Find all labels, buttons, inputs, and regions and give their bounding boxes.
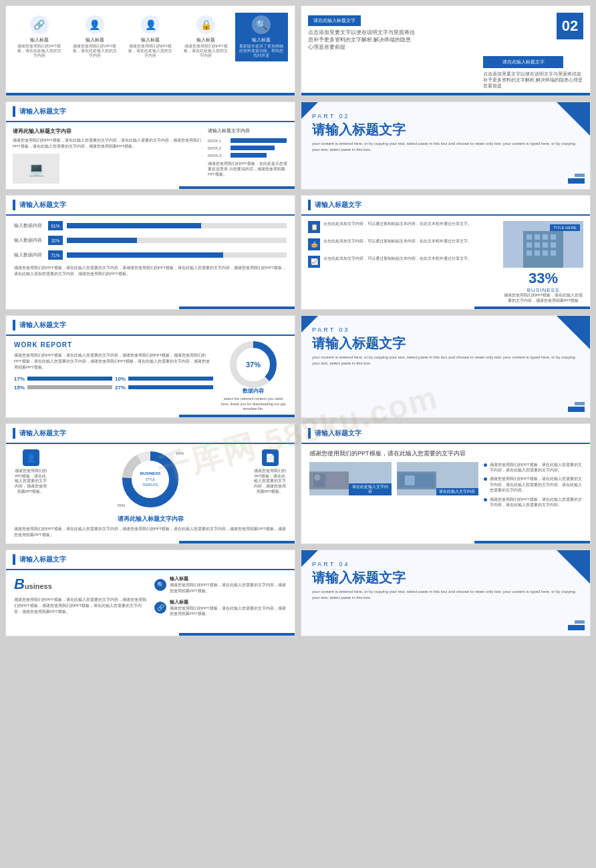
slide9-content: 👤 感谢您使用我们的PPT模板，请在此输入您需要的文字内容，感谢您使用招募PPT… [6,444,295,515]
icon-sublabel-2: 感谢您使用我们的PPT模板，请在此处输入您的文字内容 [71,44,118,58]
slide9-right: 📄 感谢您使用我们的PPT模板，请在此输入您需要的文字内容，感谢您使用招募PPT… [253,449,287,494]
stat-bar-4 [128,385,213,389]
bullet-text-3: 感谢您使用我们的PPT模板，请在此输入您需要的文字内容，请在此输入您需要的文字内… [490,497,582,508]
work-text: 感谢您使用我们的PPT模板，请在此输入您需要的文字内容，感谢您使用我们的PPT模… [14,353,213,371]
slide9-title: 请输入标题文字 [19,429,66,438]
prog-item-1: 输入数据内容 61% [14,221,287,230]
slide2-num-section: 02 [557,13,583,39]
svg-rect-24 [327,475,345,487]
data-label-2: DATA.2 [208,146,228,150]
bottom-bar-6 [474,306,590,309]
icon-circle-2: 👤 [86,15,104,34]
data-row-2: DATA.2 [208,146,288,150]
svg-rect-13 [551,250,556,256]
svg-rect-6 [527,242,532,248]
slide8-content: PART 03 请输入标题文字 your content is entered … [301,316,590,377]
photo-box-1: 请在此处输入文字内容 [309,462,392,495]
part4-title: 请输入标题文字 [312,122,579,137]
accent-bar-9 [13,428,15,439]
svg-rect-2 [527,234,532,240]
part12-title: 请输入标题文字 [312,570,579,585]
icon-circle-3: 👤 [141,15,160,34]
bullet-dot-3 [484,498,487,501]
slide10-big: 感谢您使用我们的PPT模板，请在此输入您需要的文字内容 [309,449,582,458]
photo-col-1: 请在此处输入文字内容 [309,462,392,511]
bottom-bar-2 [301,93,590,95]
slide12-content: PART 04 请输入标题文字 your content is entered … [301,550,590,612]
stat-pct-1: 17% [14,376,25,382]
accent-bar-10 [308,428,311,439]
slide2-main: 点击添加里要文字以便在说明文字与里面将信息补予更多资料的文字解析,解决终端的隐患… [308,29,415,51]
icon-sublabel-5: 最新版本提供了更加精确的资料搜索功能，帮助您找到所需 [238,44,285,58]
slide9-left-text: 感谢您使用我们的PPT模板，请在此输入您需要的文字内容，感谢您使用招募PPT模板… [14,469,47,494]
donut-svg: BUSINESS STYLE TEMPLATE [120,449,180,509]
business-word: usiness [25,582,52,590]
part4-sub: your content is entered here, or by copy… [312,141,579,153]
menu-title-2: 输入标题 [170,599,287,606]
pie-pct: 37% [246,361,261,369]
icon-label-4: 输入标题 [196,37,215,43]
pie-subtext: select the relevant content you need her… [220,397,287,412]
stat-4: 27% [115,385,213,391]
prog-pct-1: 61% [48,221,63,230]
slide3-header: 请输入标题文字 [6,102,295,122]
slide5-header: 请输入标题文字 [6,196,295,216]
pie-label: 数据内容 [243,388,264,395]
svg-rect-10 [527,250,532,256]
prog-fill-2 [67,238,137,243]
slide7-title: 请输入标题文字 [19,320,66,330]
pct-display: 33% [503,270,583,287]
slide6-left: 📋 点击此处添加文字内容，可以通过复制粘贴文本内容，在此文本框外通过分享文字。 … [308,221,498,303]
icon-circle-4: 🔒 [196,15,215,34]
icon-sublabel-1: 感谢您使用我们的PPT模板，请在此处输入您的文字内容 [15,44,63,58]
big-b: B [14,576,25,593]
slide-2: 请在此输入标题文字 点击添加里要文字以便在说明文字与里面将信息补予更多资料的文字… [301,5,591,96]
icon-item-2: 👤 输入标题 感谢您使用我们的PPT模板，请在此处输入您的文字内容 [68,13,121,61]
icon-sq-2: 🥧 [308,238,320,250]
slide10-twocol: 请在此处输入文字内容 请在此输入文字内容 [309,462,582,511]
svg-rect-8 [543,242,548,248]
icon-sq-1: 📋 [308,221,320,233]
deco-rect-br2-4 [575,174,585,177]
icon-item-3: 👤 输入标题 感谢您使用我们的PPT模板，请在此处输入您的文字内容 [124,13,176,61]
slide11-body: 感谢您使用我们的PPT模板，请在此输入您需要的文字内容，感谢您使用我们的PPT模… [14,597,146,615]
data-bar-3 [231,153,267,158]
icon-label-2: 输入标题 [86,37,104,43]
icon-sublabel-3: 感谢您使用我们的PPT模板，请在此处输入您的文字内容 [126,44,174,58]
slide6-header: 请输入标题文字 [301,196,590,216]
slide-4: PART 02 请输入标题文字 your content is entered … [301,101,591,190]
slide10-title: 请输入标题文字 [315,429,361,438]
slide4-content: PART 02 请输入标题文字 your content is entered … [301,102,590,164]
bottom-bar-7 [179,415,295,417]
accent-bar-5 [13,200,15,210]
title-here-label: TITLE HERE [550,224,580,231]
building-img: TITLE HERE [503,221,583,268]
pct-label: BUSINESS [503,287,583,293]
svg-rect-4 [543,234,548,240]
slide-9: 请输入标题文字 👤 感谢您使用我们的PPT模板，请在此输入您需要的文字内容，感谢… [5,423,295,544]
icon-label-1: 输入标题 [30,37,49,43]
pie-container: 37% [230,341,277,388]
slide3-title: 请输入标题文字 [19,107,66,116]
stat-bar-3 [27,385,112,389]
data-row-3: DATA.3 [208,153,288,158]
prog-track-3 [67,252,287,258]
slide-5: 请输入标题文字 输入数据内容 61% 输入数据内容 32% 输入数据内容 71% [5,195,295,309]
icon-item-1: 🔗 输入标题 感谢您使用我们的PPT模板，请在此处输入您的文字内容 [13,13,65,61]
menu-text-2: 感谢您使用我们的PPT模板，请在此输入您需要的文字内容，感谢您使用招募PPT模板… [170,606,287,617]
stat-bar-2 [128,377,213,381]
photo1-caption: 请在此处输入文字内容 [349,483,391,495]
data-label-3: DATA.3 [208,154,228,158]
pie-center: 37% [246,361,261,369]
slide11-title: 请输入标题文字 [19,555,66,564]
menu-content-1: 输入标题 感谢您使用我们的PPT模板，请在此输入您需要的文字内容，感谢您使用招募… [170,576,287,594]
bullet-1: 感谢您使用我们的PPT模板，请在此输入您需要的文字内容，请在此输入您需要的文字内… [484,462,582,473]
prog-item-2: 输入数据内容 32% [14,236,287,245]
stat-pct-4: 27% [115,385,126,391]
data-bar-1 [231,138,287,143]
slide3-left: 请再此输入标题文字内容 感谢您使用我们的PPT模板，请在此输入您需要的文字内容，… [13,128,201,184]
slide11-right: 🔍 输入标题 感谢您使用我们的PPT模板，请在此输入您需要的文字内容，感谢您使用… [154,576,287,622]
prog-item-3: 输入数据内容 71% [14,250,287,260]
slide-6: 请输入标题文字 📋 点击此处添加文字内容，可以通过复制粘贴文本内容，在此文本框外… [301,195,591,309]
prog-fill-3 [67,252,223,258]
